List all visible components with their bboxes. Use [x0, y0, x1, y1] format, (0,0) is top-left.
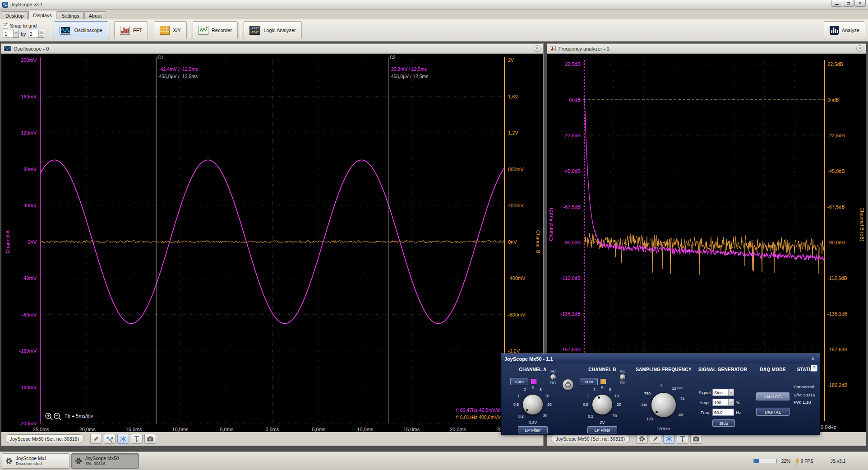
y-left-tick: 80mV: [23, 167, 37, 172]
serial-number: S/N: 30316: [794, 392, 815, 397]
maximize-button[interactable]: [843, 0, 854, 7]
channel-a-auto-button[interactable]: Auto: [510, 378, 528, 385]
channel-b-measurement: f: 6,01kHz 400,0mV/div: [456, 414, 505, 420]
probe-button[interactable]: [677, 434, 688, 444]
oscilloscope-close-icon[interactable]: [534, 45, 540, 52]
y-left-tick: 0nV: [28, 239, 37, 245]
channel-a-color-swatch[interactable]: [531, 379, 536, 384]
freeze-button[interactable]: [117, 434, 129, 444]
channel-a-range-knob[interactable]: 0,20,51258102030: [505, 385, 561, 424]
close-icon: ✕: [859, 1, 862, 5]
probe-button[interactable]: [131, 434, 143, 444]
channel-a-axis-label: Channel A: [5, 230, 10, 253]
y-right-tick: 1,2V: [508, 130, 518, 135]
spin-down-icon[interactable]: ▼: [39, 34, 44, 37]
tab-about[interactable]: About: [84, 11, 106, 19]
camera-button[interactable]: [144, 434, 156, 444]
tab-desktop[interactable]: Desktop: [1, 11, 28, 19]
edit-button[interactable]: [90, 434, 102, 444]
freeze-button[interactable]: [663, 434, 675, 444]
channel-b-coupling: AC DC: [619, 369, 626, 385]
power-button[interactable]: [562, 379, 574, 391]
device-button-mx1[interactable]: JoyScope Mx1 Disconnected: [2, 453, 69, 469]
channel-a-spectrum: [585, 100, 825, 261]
amplitude-value: 100: [714, 400, 721, 405]
grid-x-input[interactable]: [3, 30, 13, 37]
checkbox-check-icon: [3, 23, 8, 28]
digital-mode-button[interactable]: DIGITAL: [756, 408, 790, 416]
stop-button[interactable]: Stop: [712, 419, 735, 427]
y-right-tick: -135,1dB: [827, 311, 848, 316]
oscilloscope-plot[interactable]: 200mV160mV120mV80mV40mV0nV-40mV-80mV-120…: [1, 54, 543, 432]
x-tick: 0,0ms: [266, 427, 279, 432]
channel-b-color-swatch[interactable]: [600, 379, 606, 384]
spin-up-icon[interactable]: ▲: [14, 30, 18, 34]
sampling-frequency-knob[interactable]: 1203007503122448: [633, 384, 694, 426]
zoom-icons[interactable]: [46, 413, 61, 420]
titlebar[interactable]: JoyScope v3.1 ✕: [0, 0, 868, 9]
oscilloscope-icon: [60, 26, 71, 35]
spin-down-icon[interactable]: ▼: [14, 34, 18, 37]
tab-settings[interactable]: Settings: [57, 11, 84, 19]
grid-y-spinner[interactable]: ▲▼: [28, 30, 44, 38]
minimize-button[interactable]: [831, 0, 842, 7]
y-right-tick: -800mV: [508, 312, 526, 317]
settings-button[interactable]: [636, 434, 648, 444]
control-panel-close-icon[interactable]: ✕: [809, 356, 817, 361]
y-right-tick: 0ndB: [827, 97, 839, 102]
frequency-input[interactable]: [712, 409, 734, 416]
tab-displays[interactable]: Displays: [28, 11, 56, 19]
frequency-analyzer-device-button[interactable]: JoyScope Mx50 (Ser. no: 30316): [551, 434, 630, 443]
x-tick: 20,0ms: [450, 427, 466, 432]
daq-mode-header: DAQ MODE: [754, 367, 792, 372]
y-right-tick: 1,6V: [508, 94, 518, 99]
camera-icon: [147, 435, 154, 442]
pencil-icon: [652, 435, 659, 442]
channel-b-lp-filter-button[interactable]: LP Filter: [587, 426, 617, 433]
y-left-tick: -45,0dB: [563, 168, 581, 174]
workspace: Oscilloscope - 0 200mV160mV120mV80mV40mV…: [0, 42, 868, 451]
channel-a-coupling-knob[interactable]: [550, 374, 556, 380]
x-tick: -25,0ms: [31, 427, 49, 432]
channel-b-coupling-knob[interactable]: [619, 374, 626, 380]
signal-label: Signal: [695, 390, 711, 395]
x-tick: -5,0ms: [218, 427, 234, 432]
y-left-tick: -90,0dB: [563, 240, 581, 245]
oscilloscope-device-button[interactable]: JoyScope Mx50 (Ser. no: 30316): [5, 434, 84, 443]
frequency-analyzer-window-header[interactable]: Frequency analyzer - 0: [547, 44, 866, 54]
signal-type-dropdown[interactable]: Sine ▼: [712, 389, 734, 396]
spin-up-icon[interactable]: ▲: [39, 30, 44, 34]
timebase-label: Tb = 5ms/div: [65, 413, 93, 419]
control-panel-titlebar[interactable]: JoyScope Mx50 - 1.1 ✕: [501, 354, 820, 363]
toolbar-recorder-button[interactable]: Recorder: [193, 21, 238, 39]
edit-button[interactable]: [650, 434, 661, 444]
waveform-edit-button[interactable]: [104, 434, 115, 444]
probe-icon: [133, 435, 140, 442]
channel-b-auto-button[interactable]: Auto: [580, 378, 598, 385]
channel-a-lp-filter-button[interactable]: LP Filter: [518, 426, 548, 433]
channel-b-range-knob[interactable]: 0,20,51258102030: [574, 385, 630, 424]
x-tick: 0,0kHz: [821, 424, 836, 430]
toolbar-fft-button[interactable]: FFT: [114, 21, 148, 39]
frequency-analyzer-close-icon[interactable]: [856, 45, 863, 52]
analyze-button[interactable]: Analyze: [824, 21, 865, 39]
grid-x-spinner[interactable]: ▲▼: [3, 30, 19, 38]
control-panel-body: ? CHANNEL A Auto AC DC 0,20,51258102030 …: [501, 363, 820, 435]
oscilloscope-window-header[interactable]: Oscilloscope - 0: [1, 44, 543, 54]
toolbar-button-label: Recorder: [212, 28, 232, 33]
snap-to-grid-checkbox[interactable]: Snap to grid: [3, 23, 44, 28]
y-right-tick: 2V: [508, 57, 514, 63]
maximize-icon: [847, 2, 850, 5]
cursor-readout-a: -42,4mV / -12,5ms: [159, 66, 198, 72]
toolbar-oscilloscope-button[interactable]: Oscilloscope: [54, 21, 108, 39]
analog-mode-button[interactable]: ANALOG: [756, 392, 790, 400]
toolbar-xy-button[interactable]: X/Y: [154, 21, 187, 39]
camera-button[interactable]: [690, 434, 702, 444]
sampling-frequency-header: SAMPLING FREQUENCY: [633, 367, 694, 372]
device-button-mx50[interactable]: JoyScope Mx50 SN: 30316: [71, 453, 139, 469]
toolbar-logic-analyzer-button[interactable]: Logic Analyzer: [244, 21, 302, 39]
close-button[interactable]: ✕: [854, 0, 866, 7]
amplitude-dropdown[interactable]: 100 ▼: [712, 399, 734, 406]
grid-y-input[interactable]: [28, 30, 38, 37]
y-left-tick: 40mV: [23, 203, 37, 208]
